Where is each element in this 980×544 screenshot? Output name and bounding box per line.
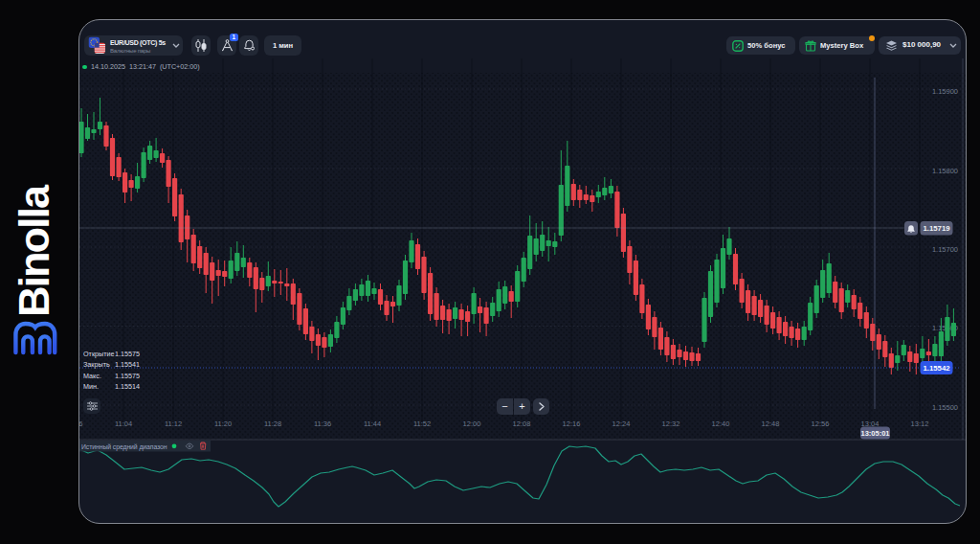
svg-text:1.15900: 1.15900 [932,87,958,96]
svg-text:12:00: 12:00 [463,419,481,428]
svg-text:12:48: 12:48 [762,419,780,428]
svg-text:11:04: 11:04 [115,419,132,428]
svg-text:12:24: 12:24 [612,419,631,428]
svg-text:1.15719: 1.15719 [923,224,950,233]
svg-text:11:12: 11:12 [165,419,182,428]
svg-text:1.15542: 1.15542 [923,364,950,373]
svg-text:1.15800: 1.15800 [932,167,958,175]
svg-text:12:56: 12:56 [812,419,830,428]
svg-text:Истинный средний диапазон: Истинный средний диапазон [81,443,167,451]
svg-text:13:12: 13:12 [911,419,929,428]
svg-text:12:08: 12:08 [513,419,531,428]
svg-text:11:36: 11:36 [314,419,331,428]
svg-text:10:56: 10:56 [79,419,82,428]
svg-text:12:32: 12:32 [662,419,680,428]
svg-text:11:52: 11:52 [413,419,431,428]
svg-text:11:28: 11:28 [264,419,281,428]
svg-text:11:20: 11:20 [214,419,232,428]
svg-text:13:05:01: 13:05:01 [860,429,889,438]
svg-text:11:44: 11:44 [364,419,381,428]
svg-text:1.15700: 1.15700 [932,245,958,254]
svg-text:12:40: 12:40 [712,419,730,428]
svg-text:13:04: 13:04 [861,419,880,428]
svg-text:12:16: 12:16 [563,419,581,428]
svg-text:1.15500: 1.15500 [932,403,958,412]
